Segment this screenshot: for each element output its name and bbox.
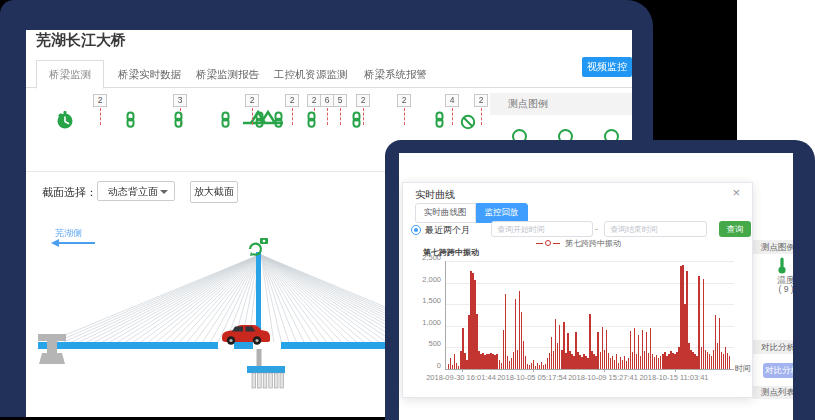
chain-sensor-icon[interactable] [219,111,232,132]
legend-line-icon [553,243,560,244]
chart-bar [729,356,730,369]
chart-x-tick-label: 2018-10-05 05:17:54 [497,373,567,382]
enlarge-section-button[interactable]: 放大截面 [190,181,238,203]
sensor-dash-line [292,108,293,125]
sensor-dash-line [404,108,405,125]
chart-y-tick-label: 0 [437,361,441,370]
background-white-area [737,0,815,162]
radio-label: 最近两个月 [425,224,470,237]
chain-sensor-icon[interactable] [305,111,318,132]
tab-monitor-playback[interactable]: 监控回放 [476,203,528,223]
sensor-dash-line [100,108,101,125]
sensor-count-badge: 4 [445,94,459,107]
chain-sensor-icon[interactable] [124,111,137,132]
sensor-dash-line [452,108,453,125]
sensor-count-badge: 2 [474,94,488,107]
realtime-curve-dialog: 实时曲线 × 实时曲线图监控回放 最近两个月 - 查询 第七跨跨中振动 第七跨跨 [402,182,753,398]
end-time-input[interactable] [604,221,707,237]
legend-entry-label: 第七跨跨中振动 [565,238,621,249]
recent-two-months-radio[interactable] [411,225,421,235]
section-select-value: 动态背立面 [108,186,158,197]
section-select-dropdown[interactable]: 动态背立面 [97,181,175,201]
chart-tick-mark [675,369,676,372]
sensor-row: 23222652242 [26,30,632,140]
caret-down-icon [160,190,168,194]
chart-x-tick-label: 2018-10-09 15:27:41 [568,373,638,382]
chart-plot [445,261,734,370]
camera-rotate-icon[interactable] [250,238,268,256]
legend-circle-icon [545,240,551,246]
radio-dot-icon [414,228,418,232]
chart-y-tick-label: 1,500 [422,296,441,305]
screenshot-stage: 芜湖长江大桥 桥梁监测 桥梁实时数据 桥梁监测报告 工控机资源监测 桥梁系统报警… [0,0,815,420]
no-entry-icon [460,114,476,134]
dialog-tab-group: 实时曲线图监控回放 [415,201,528,223]
sensor-count-badge: 6 [320,94,334,107]
temperature-count: ( 9 ) [771,284,793,294]
chain-sensor-icon[interactable] [350,111,363,132]
chart-x-axis-title: 时间 [735,363,751,374]
chart-y-tick-label: 500 [428,339,441,348]
sensor-dash-line [340,108,341,125]
chain-sensor-icon[interactable] [272,111,285,132]
chart-tick-mark [462,369,463,372]
panel-compare-header: 对比分析 [753,340,793,354]
tower-pier [257,349,262,366]
sensor-count-badge: 2 [307,94,321,107]
legend-line-icon [536,243,543,244]
modal-window-content: 测点图例 温度 ( 9 ) 对比分析 对比分析 测点列表 实时曲线 × 实时曲线… [399,153,793,420]
panel-legend-header: 测点图例 [753,240,793,254]
chart-y-tick-label: 2,000 [422,275,441,284]
tab-realtime-curve[interactable]: 实时曲线图 [415,203,476,223]
legend-panel-header: 测点图例 [490,93,632,115]
chart-y-tick-label: 2,500 [422,253,441,262]
chart-x-axis: 2018-09-30 16:01:442018-10-05 05:17:5420… [445,373,740,383]
sensor-dash-line [327,108,328,125]
sensor-count-badge: 2 [93,94,107,107]
modal-window: 测点图例 温度 ( 9 ) 对比分析 对比分析 测点列表 实时曲线 × 实时曲线… [385,140,815,420]
chart-x-tick-label: 2018-09-30 16:01:44 [426,373,496,382]
car [222,325,270,345]
sensor-count-badge: 5 [333,94,347,107]
close-icon[interactable]: × [732,185,740,200]
panel-point-list-header: 测点列表 [753,386,793,399]
chain-sensor-icon[interactable] [253,111,266,132]
foundation-cap [247,366,285,373]
query-button[interactable]: 查询 [719,221,751,237]
chain-sensor-icon[interactable] [433,111,446,132]
chart-gridline [446,304,734,305]
chart-y-axis: 2,5002,0001,5001,0005000 [409,257,443,373]
sensor-dash-line [363,108,364,125]
sensor-count-badge: 2 [285,94,299,107]
chart-x-tick-label: 2018-10-15 11:03:41 [639,373,708,382]
clock-icon [56,110,74,134]
compare-analysis-button[interactable]: 对比分析 [763,363,793,378]
sensor-count-badge: 3 [173,94,187,107]
chart-gridline [446,283,734,284]
chart-y-tick-label: 1,000 [422,318,441,327]
start-time-input[interactable] [491,221,593,237]
dialog-title: 实时曲线 [415,188,455,202]
bridge-deck [38,342,396,349]
sensor-count-badge: 2 [397,94,411,107]
chain-sensor-icon[interactable] [172,111,185,132]
date-range-separator: - [595,224,598,234]
sensor-dash-line [481,108,482,125]
sensor-count-badge: 2 [356,94,370,107]
foundation-piles [252,373,284,388]
chart-gridline [446,261,734,262]
chart-tick-mark [533,369,534,372]
sensor-count-badge: 2 [245,94,259,107]
chart-tick-mark [604,369,605,372]
section-select-label: 截面选择： [42,185,97,200]
